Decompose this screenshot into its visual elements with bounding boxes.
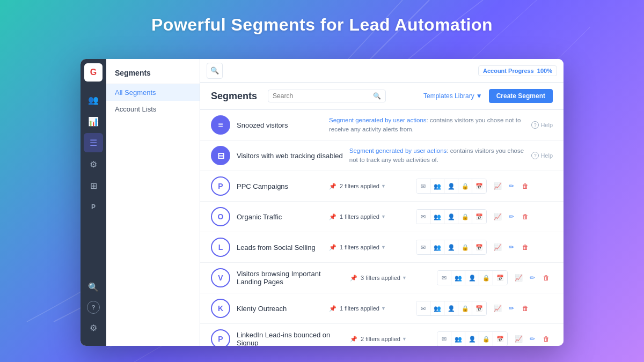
segment-description-link-snoozed[interactable]: Segment generated by user actions	[329, 117, 427, 123]
filters-count-organic: 1 filters applied	[340, 213, 379, 220]
create-segment-button[interactable]: Create Segment	[489, 89, 553, 103]
calendar-btn-linkedin[interactable]: 📅	[493, 332, 507, 346]
filters-badge-linkedin[interactable]: 2 filters applied ▼	[361, 336, 407, 342]
logo-letter: G	[90, 68, 97, 77]
templates-library-link[interactable]: Templates Library ▼	[423, 92, 482, 100]
action-group-ppc: ✉ 👥 👤 🔒 📅	[416, 179, 487, 194]
filters-badge-social[interactable]: 1 filters applied ▼	[340, 244, 386, 250]
email-btn-klenty[interactable]: ✉	[416, 301, 430, 315]
trash-btn-klenty[interactable]: 🗑	[519, 302, 532, 315]
sidebar-icon-users[interactable]: 👥	[84, 90, 103, 109]
filters-chevron-ppc: ▼	[381, 183, 386, 189]
templates-library-label: Templates Library	[423, 92, 474, 100]
trash-btn-social[interactable]: 🗑	[519, 241, 532, 254]
sidebar-icon-search[interactable]: 🔍	[84, 277, 103, 297]
help-link-snoozed[interactable]: ? Help	[531, 121, 553, 129]
calendar-btn-ppc[interactable]: 📅	[472, 179, 486, 193]
account-progress-label: Account Progress	[483, 68, 534, 74]
segment-name-landing: Visitors browsing Important Landing Page…	[237, 270, 343, 286]
trash-btn-organic[interactable]: 🗑	[519, 210, 532, 223]
filters-chevron-landing: ▼	[402, 275, 407, 280]
chart-btn-linkedin[interactable]: 📈	[512, 333, 525, 345]
calendar-btn-social[interactable]: 📅	[472, 240, 486, 254]
trash-btn-ppc[interactable]: 🗑	[519, 180, 532, 193]
left-panel: Segments All Segments Account Lists	[106, 59, 200, 346]
email-btn-ppc[interactable]: ✉	[416, 179, 430, 193]
action-icons-organic: 📈 ✏ 🗑	[491, 210, 532, 223]
trash-btn-linkedin[interactable]: 🗑	[540, 333, 553, 345]
lock-btn-ppc[interactable]: 🔒	[458, 179, 472, 193]
edit-btn-ppc[interactable]: ✏	[505, 180, 518, 193]
filters-badge-landing[interactable]: 3 filters applied ▼	[361, 275, 407, 281]
sidebar-icon-grid[interactable]: ⊞	[84, 176, 103, 195]
edit-btn-social[interactable]: ✏	[505, 241, 518, 254]
chart-btn-ppc[interactable]: 📈	[491, 180, 504, 193]
users-btn-linkedin[interactable]: 👥	[451, 332, 465, 346]
nav-item-all-segments[interactable]: All Segments	[106, 84, 200, 101]
email-btn-social[interactable]: ✉	[416, 240, 430, 254]
person-add-btn-linkedin[interactable]: 👤	[465, 332, 479, 346]
segment-name-linkedin: LinkedIn Lead-ins bounced on Signup	[237, 331, 343, 346]
sidebar-icon-chart[interactable]: 📊	[84, 112, 103, 131]
segments-search-box[interactable]: 🔍	[268, 90, 386, 102]
email-btn-linkedin[interactable]: ✉	[437, 332, 451, 346]
segment-description-link-tracking[interactable]: Segment generated by user actions	[349, 147, 447, 154]
segments-list: ≡ Snoozed visitors Segment generated by …	[200, 110, 564, 346]
nav-item-account-lists[interactable]: Account Lists	[106, 101, 200, 117]
help-circle-icon-tracking: ?	[531, 152, 539, 159]
chart-btn-organic[interactable]: 📈	[491, 210, 504, 223]
calendar-btn-klenty[interactable]: 📅	[472, 301, 486, 315]
users-btn-landing[interactable]: 👥	[451, 271, 465, 285]
chart-btn-landing[interactable]: 📈	[512, 271, 525, 284]
lock-btn-linkedin[interactable]: 🔒	[479, 332, 493, 346]
edit-btn-landing[interactable]: ✏	[526, 271, 539, 284]
segment-row-klenty: K Klenty Outreach 📌 1 filters applied ▼ …	[200, 293, 564, 324]
lock-btn-organic[interactable]: 🔒	[458, 210, 472, 224]
lock-btn-social[interactable]: 🔒	[458, 240, 472, 254]
segment-middle-organic: 📌 1 filters applied ▼	[329, 213, 409, 220]
filters-badge-organic[interactable]: 1 filters applied ▼	[340, 213, 386, 220]
users-btn-organic[interactable]: 👥	[430, 210, 444, 224]
trash-btn-landing[interactable]: 🗑	[540, 271, 553, 284]
segment-description-snoozed: Segment generated by user actions: conta…	[329, 116, 525, 135]
email-btn-organic[interactable]: ✉	[416, 210, 430, 224]
calendar-btn-organic[interactable]: 📅	[472, 210, 486, 224]
segments-search-input[interactable]	[273, 92, 370, 100]
edit-btn-organic[interactable]: ✏	[505, 210, 518, 223]
sidebar-icon-config[interactable]: ⚙	[84, 318, 103, 337]
chart-btn-klenty[interactable]: 📈	[491, 302, 504, 315]
action-group-klenty: ✉ 👥 👤 🔒 📅	[416, 301, 487, 316]
lock-btn-klenty[interactable]: 🔒	[458, 301, 472, 315]
sidebar-icon-help[interactable]: ?	[87, 301, 100, 314]
sidebar-icon-settings[interactable]: ⚙	[84, 154, 103, 174]
segments-title: Segments	[211, 91, 257, 102]
person-add-btn-klenty[interactable]: 👤	[444, 301, 458, 315]
templates-library-chevron-icon: ▼	[476, 92, 482, 100]
person-add-btn-landing[interactable]: 👤	[465, 271, 479, 285]
segment-avatar-linkedin: P	[211, 329, 230, 346]
edit-btn-linkedin[interactable]: ✏	[526, 333, 539, 345]
person-add-btn-social[interactable]: 👤	[444, 240, 458, 254]
app-window: G 👥 📊 ☰ ⚙ ⊞ P 🔍 ? ⚙ Segments All Segment…	[80, 59, 564, 346]
users-btn-klenty[interactable]: 👥	[430, 301, 444, 315]
chart-btn-social[interactable]: 📈	[491, 241, 504, 254]
person-add-btn-ppc[interactable]: 👤	[444, 179, 458, 193]
filters-badge-klenty[interactable]: 1 filters applied ▼	[340, 305, 386, 312]
calendar-btn-landing[interactable]: 📅	[493, 271, 507, 285]
users-btn-social[interactable]: 👥	[430, 240, 444, 254]
help-link-tracking[interactable]: ? Help	[531, 152, 553, 159]
pin-icon-linkedin: 📌	[350, 336, 357, 343]
person-add-btn-organic[interactable]: 👤	[444, 210, 458, 224]
top-search-button[interactable]: 🔍	[207, 63, 223, 79]
logo[interactable]: G	[84, 63, 103, 82]
sidebar-icon-list[interactable]: ☰	[84, 133, 103, 152]
filters-chevron-social: ▼	[381, 245, 386, 250]
edit-btn-klenty[interactable]: ✏	[505, 302, 518, 315]
users-btn-ppc[interactable]: 👥	[430, 179, 444, 193]
segment-avatar-social: L	[211, 238, 230, 257]
sidebar-icon-p[interactable]: P	[84, 197, 103, 217]
filters-badge-ppc[interactable]: 2 filters applied ▼	[340, 183, 386, 189]
email-btn-landing[interactable]: ✉	[437, 271, 451, 285]
lock-btn-landing[interactable]: 🔒	[479, 271, 493, 285]
segment-avatar-tracking: ⊟	[211, 146, 230, 165]
